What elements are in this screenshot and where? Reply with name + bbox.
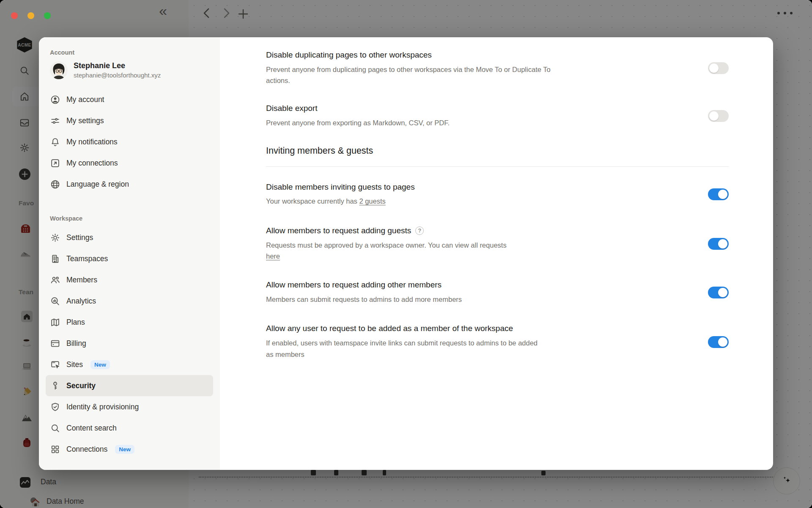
setting-text: Disable members inviting guests to pages…	[266, 182, 415, 207]
nav-item-plans[interactable]: Plans	[46, 312, 213, 333]
map-icon	[50, 317, 60, 328]
setting-title: Allow members to request adding other me…	[266, 280, 462, 290]
toggle-disable-export[interactable]	[708, 110, 729, 122]
setting-description: Your workspace currently has 2 guests	[266, 196, 415, 207]
nav-item-billing[interactable]: Billing	[46, 333, 213, 354]
nav-item-label: My account	[66, 95, 104, 104]
nav-item-label: My connections	[66, 159, 118, 168]
setting-row-request-guests: Allow members to request adding guests ?…	[266, 226, 729, 262]
section-divider	[266, 166, 729, 167]
nav-item-my-notifications[interactable]: My notifications	[46, 131, 213, 152]
setting-description: Requests must be approved by a workspace…	[266, 240, 507, 262]
magnifier-chart-icon	[50, 296, 60, 306]
help-icon[interactable]: ?	[415, 226, 424, 235]
nav-item-label: Plans	[66, 318, 85, 327]
setting-text: Allow members to request adding other me…	[266, 280, 462, 305]
nav-item-label: Sites	[66, 360, 83, 369]
setting-row-disable-export: Disable export Prevent anyone from expor…	[266, 103, 729, 128]
setting-row-disable-guest-invites: Disable members inviting guests to pages…	[266, 182, 729, 207]
toggle-disable-duplicating[interactable]	[708, 62, 729, 74]
setting-text: Allow any user to request to be added as…	[266, 323, 541, 360]
setting-title: Allow members to request adding guests	[266, 226, 411, 236]
setting-text: Allow members to request adding guests ?…	[266, 226, 507, 262]
setting-row-disable-duplicating: Disable duplicating pages to other works…	[266, 50, 729, 86]
sliders-icon	[50, 116, 60, 126]
nav-item-content-search[interactable]: Content search	[46, 417, 213, 439]
nav-item-label: Members	[66, 276, 97, 284]
user-circle-icon	[50, 94, 60, 105]
nav-item-sites[interactable]: Sites New	[46, 354, 213, 375]
setting-description: Prevent anyone from duplicating pages to…	[266, 64, 554, 86]
nav-item-label: Analytics	[66, 297, 96, 306]
workspace-section-header: Workspace	[50, 215, 209, 222]
nav-item-label: Content search	[66, 424, 117, 433]
new-badge: New	[115, 445, 134, 454]
bell-icon	[50, 137, 60, 147]
nav-item-security[interactable]: Security	[46, 375, 213, 396]
gear-icon	[50, 232, 60, 243]
nav-item-language-region[interactable]: Language & region	[46, 174, 213, 195]
avatar	[50, 61, 68, 79]
nav-item-label: Settings	[66, 233, 93, 242]
nav-item-label: Security	[66, 381, 96, 390]
toggle-knob	[709, 111, 719, 121]
toggle-disable-guest-invites[interactable]	[708, 188, 729, 200]
user-email: stephanie@toolsforthought.xyz	[74, 71, 161, 80]
grid-icon	[50, 444, 60, 455]
zoom-window-button[interactable]	[44, 12, 51, 19]
nav-item-label: My notifications	[66, 138, 118, 146]
setting-title: Disable members inviting guests to pages	[266, 182, 415, 193]
description-text: Your workspace currently has	[266, 197, 359, 205]
nav-item-my-account[interactable]: My account	[46, 89, 213, 110]
settings-nav-panel: Account Stephanie	[39, 37, 220, 470]
setting-row-request-members: Allow members to request adding other me…	[266, 280, 729, 305]
building-icon	[50, 254, 60, 264]
setting-title: Disable export	[266, 103, 450, 114]
nav-item-my-settings[interactable]: My settings	[46, 110, 213, 131]
nav-item-connections[interactable]: Connections New	[46, 439, 213, 460]
setting-description: If enabled, users with teamspace invite …	[266, 337, 541, 360]
account-section-header: Account	[50, 49, 209, 56]
nav-item-teamspaces[interactable]: Teamspaces	[46, 248, 213, 269]
account-user-row[interactable]: Stephanie Lee stephanie@toolsforthought.…	[50, 61, 209, 80]
credit-card-icon	[50, 338, 60, 349]
setting-description: Prevent anyone from exporting as Markdow…	[266, 117, 450, 129]
toggle-request-guests[interactable]	[708, 238, 729, 250]
globe-icon	[50, 179, 60, 190]
nav-item-members[interactable]: Members	[46, 269, 213, 290]
app-window: « ACME Favo Tean	[0, 0, 812, 508]
setting-title: Allow any user to request to be added as…	[266, 323, 541, 334]
nav-item-label: Connections	[66, 445, 107, 454]
nav-item-identity-provisioning[interactable]: Identity & provisioning	[46, 396, 213, 417]
toggle-any-user-request[interactable]	[708, 336, 729, 348]
nav-item-label: Identity & provisioning	[66, 403, 139, 411]
user-name: Stephanie Lee	[74, 61, 161, 71]
nav-item-label: Language & region	[66, 180, 129, 189]
search-icon	[50, 423, 60, 433]
toggle-knob	[718, 239, 727, 248]
requests-here-link[interactable]: here	[266, 251, 280, 262]
minimize-window-button[interactable]	[27, 12, 34, 19]
people-icon	[50, 275, 60, 285]
toggle-knob	[718, 288, 727, 297]
setting-text: Disable duplicating pages to other works…	[266, 50, 554, 86]
nav-item-label: Billing	[66, 339, 86, 348]
guests-count-link[interactable]: 2 guests	[359, 197, 385, 205]
close-window-button[interactable]	[11, 12, 18, 19]
nav-item-label: Teamspaces	[66, 254, 108, 263]
toggle-knob	[718, 337, 727, 347]
nav-item-settings[interactable]: Settings	[46, 227, 213, 248]
setting-title: Disable duplicating pages to other works…	[266, 50, 554, 61]
setting-row-any-user-request: Allow any user to request to be added as…	[266, 323, 729, 360]
section-heading: Inviting members & guests	[266, 146, 729, 156]
new-badge: New	[91, 360, 110, 369]
toggle-request-members[interactable]	[708, 287, 729, 298]
nav-item-analytics[interactable]: Analytics	[46, 290, 213, 312]
description-text: Requests must be approved by a workspace…	[266, 241, 507, 249]
toggle-knob	[709, 64, 719, 73]
shield-check-icon	[50, 402, 60, 412]
arrow-up-right-box-icon	[50, 158, 60, 168]
nav-item-my-connections[interactable]: My connections	[46, 152, 213, 174]
nav-item-label: My settings	[66, 116, 104, 125]
key-icon	[50, 381, 60, 391]
